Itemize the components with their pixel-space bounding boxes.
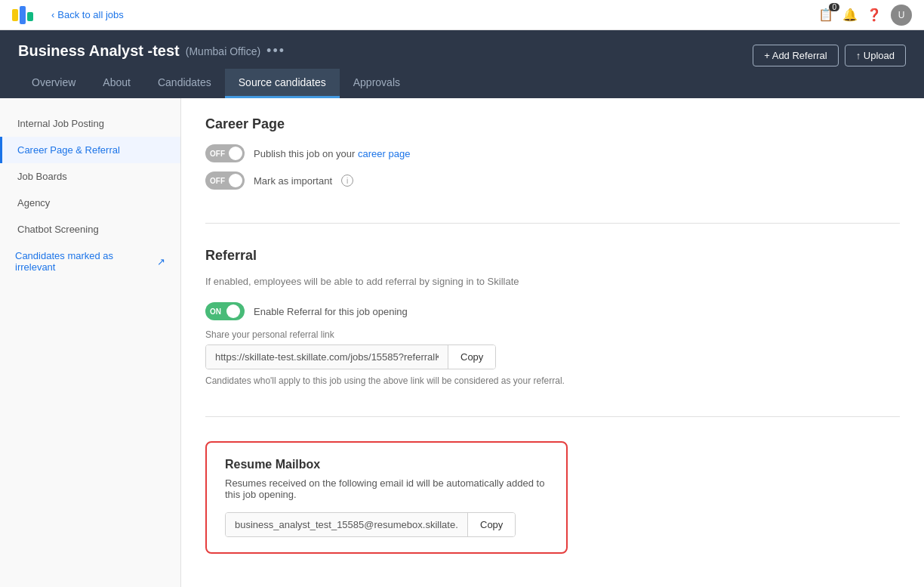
chevron-left-icon: ‹	[51, 9, 54, 20]
svg-rect-2	[27, 12, 33, 21]
important-toggle[interactable]: OFF	[205, 171, 245, 190]
sidebar-item-career-page-referral[interactable]: Career Page & Referral	[0, 137, 180, 163]
tabs: Overview About Candidates Source candida…	[18, 69, 906, 98]
publish-toggle-label: Publish this job on your career page	[254, 148, 410, 159]
add-referral-button[interactable]: + Add Referral	[753, 45, 838, 66]
referral-link-note: Candidates who'll apply to this job usin…	[205, 375, 900, 386]
svg-rect-0	[12, 9, 18, 21]
referral-subtitle: If enabled, employees will be able to ad…	[205, 276, 900, 287]
job-title-row: Business Analyst -test (Mumbai Office) •…	[18, 42, 285, 60]
referral-enable-toggle[interactable]: ON	[205, 302, 245, 320]
upload-button[interactable]: ↑ Upload	[845, 45, 906, 66]
back-to-jobs-link[interactable]: ‹ Back to all jobs	[51, 9, 124, 20]
job-location: (Mumbai Office)	[186, 45, 260, 57]
tab-overview[interactable]: Overview	[18, 69, 89, 98]
resume-mailbox-input-row: Copy	[225, 512, 516, 537]
sidebar-item-job-boards[interactable]: Job Boards	[0, 163, 180, 190]
publish-toggle-row: OFF Publish this job on your career page	[205, 144, 900, 162]
job-header: Business Analyst -test (Mumbai Office) •…	[0, 30, 924, 98]
referral-url-input[interactable]	[206, 345, 448, 369]
important-toggle-row: OFF Mark as important i	[205, 171, 900, 190]
content-panel: Career Page OFF Publish this job on your…	[181, 98, 924, 587]
referral-link-label: Share your personal referral link	[205, 329, 900, 340]
tab-approvals[interactable]: Approvals	[340, 69, 414, 98]
tab-about[interactable]: About	[89, 69, 144, 98]
logo	[12, 6, 39, 24]
help-icon[interactable]: ❓	[867, 8, 882, 22]
career-page-section: Career Page OFF Publish this job on your…	[205, 116, 900, 224]
resume-mailbox-section: Resume Mailbox Resumes received on the f…	[205, 441, 900, 578]
job-header-actions: + Add Referral ↑ Upload	[753, 45, 906, 66]
tab-candidates[interactable]: Candidates	[144, 69, 225, 98]
sidebar: Internal Job Posting Career Page & Refer…	[0, 98, 181, 587]
external-link-icon: ↗	[157, 256, 165, 267]
job-title: Business Analyst -test	[18, 42, 180, 60]
resume-mailbox-copy-button[interactable]: Copy	[467, 513, 515, 536]
referral-link-row: Share your personal referral link Copy C…	[205, 329, 900, 386]
referral-copy-button[interactable]: Copy	[448, 345, 495, 369]
top-bar: ‹ Back to all jobs 📋0 🔔 ❓ U	[0, 0, 924, 30]
sidebar-item-agency[interactable]: Agency	[0, 190, 180, 216]
career-page-link[interactable]: career page	[358, 148, 410, 159]
resume-mailbox-description: Resumes received on the following email …	[225, 477, 548, 500]
svg-rect-1	[20, 6, 26, 24]
referral-section: Referral If enabled, employees will be a…	[205, 248, 900, 417]
sidebar-item-chatbot-screening[interactable]: Chatbot Screening	[0, 216, 180, 243]
main-content: Internal Job Posting Career Page & Refer…	[0, 98, 924, 587]
top-bar-right: 📋0 🔔 ❓ U	[818, 5, 912, 26]
resume-mailbox-box: Resume Mailbox Resumes received on the f…	[205, 441, 568, 554]
publish-toggle[interactable]: OFF	[205, 144, 245, 162]
career-page-title: Career Page	[205, 116, 900, 132]
candidates-irrelevant-link[interactable]: Candidates marked as irrelevant ↗	[0, 243, 180, 280]
sidebar-item-internal-job-posting[interactable]: Internal Job Posting	[0, 110, 180, 137]
resume-mailbox-email-input[interactable]	[226, 513, 467, 536]
referral-link-input-row: Copy	[205, 344, 496, 369]
referral-toggle-label: Enable Referral for this job opening	[254, 306, 408, 317]
resume-mailbox-title: Resume Mailbox	[225, 458, 548, 471]
user-avatar[interactable]: U	[891, 5, 912, 26]
bell-icon[interactable]: 🔔	[842, 8, 858, 22]
tab-source-candidates[interactable]: Source candidates	[225, 69, 340, 98]
referral-toggle-row: ON Enable Referral for this job opening	[205, 302, 900, 320]
referral-title: Referral	[205, 248, 900, 264]
important-toggle-label: Mark as important	[254, 175, 332, 187]
more-options-button[interactable]: •••	[266, 43, 285, 59]
task-icon[interactable]: 📋0	[818, 8, 833, 22]
info-icon[interactable]: i	[341, 175, 353, 187]
